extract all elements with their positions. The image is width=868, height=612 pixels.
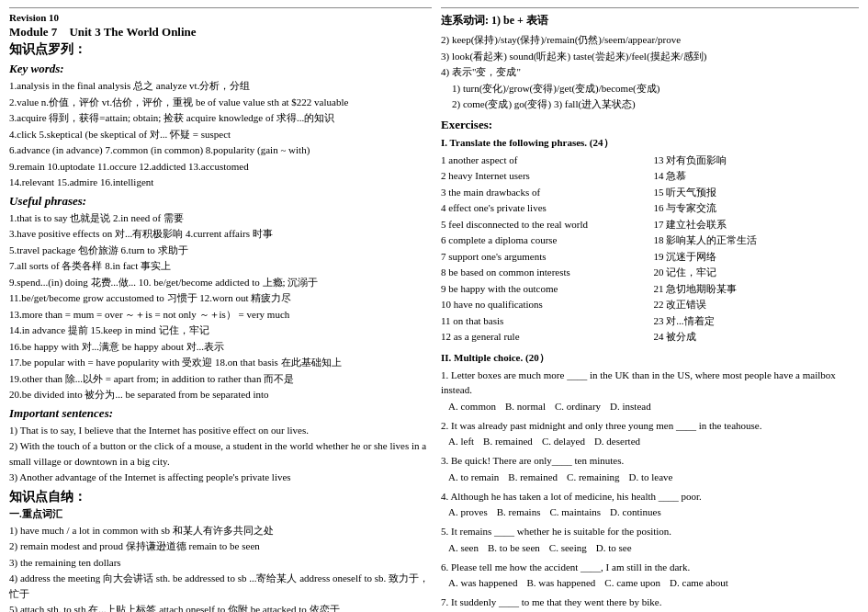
keyword-line-1: 1.analysis in the final analysis 总之 anal… (9, 78, 432, 94)
mc-q6-d: D. came about (670, 575, 728, 591)
keyword-line-7: 14.relevant 15.admire 16.intelligent (9, 175, 432, 190)
sum-line-3: 3) the remaining ten dollars (9, 555, 432, 571)
mc-q5: 5. It remains ____ whether he is suitabl… (441, 524, 859, 556)
trans-2-7: 19 沉迷于网络 (654, 249, 860, 265)
mc-q6-b: B. was happened (526, 575, 595, 591)
module-label: Module 7 (9, 25, 57, 39)
useful-line-10: 17.be popular with = have popularity wit… (9, 355, 432, 370)
mc-block: 1. Letter boxes are much more ____ in th… (441, 368, 859, 612)
mc-q3-options: A. to remain B. remained C. remaining D.… (441, 470, 859, 485)
translate-col1: 1 another aspect of 2 heavy Internet use… (441, 153, 647, 346)
useful-line-5: 9.spend...(in) doing 花费...做... 10. be/ge… (9, 275, 432, 290)
trans-2-11: 23 对...情着定 (654, 313, 860, 329)
translate-col2: 13 对有负面影响 14 急慕 15 听天气预报 16 与专家交流 17 建立社… (654, 153, 860, 346)
useful-block: 1.that is to say 也就是说 2.in need of 需要 3.… (9, 210, 432, 402)
summary-heading: 知识点自纳： (9, 489, 432, 505)
mc-q4-c: C. maintains (549, 504, 601, 520)
useful-line-8: 14.in advance 提前 15.keep in mind 记住，牢记 (9, 323, 432, 338)
mc-q5-text: 5. It remains ____ whether he is suitabl… (441, 524, 859, 539)
sentence-3: 3) Another advantage of the Internet is … (9, 470, 432, 485)
mc-q3: 3. Be quick! There are only____ ten minu… (441, 453, 859, 485)
revision-title: Revision 10 (9, 12, 432, 23)
mc-q2-d: D. deserted (594, 434, 640, 449)
useful-line-11: 19.other than 除...以外 = apart from; in ad… (9, 371, 432, 387)
mc-q3-a: A. to remain (448, 470, 499, 485)
mc-q5-d: D. to see (596, 540, 632, 556)
trans-1-12: 12 as a general rule (441, 329, 647, 345)
mc-q1-text: 1. Letter boxes are much more ____ in th… (441, 368, 859, 398)
module-title: Module 7 Unit 3 The World Online (9, 25, 432, 40)
mc-q3-d: D. to leave (629, 470, 673, 485)
trans-1-9: 9 be happy with the outcome (441, 281, 647, 297)
mc-q3-c: C. remaining (567, 470, 619, 485)
useful-line-6: 11.be/get/become grow accustomed to 习惯于 … (9, 290, 432, 306)
mc-q5-a: A. seen (448, 540, 479, 556)
mc-q2: 2. It was already past midnight and only… (441, 418, 859, 450)
mc-q1-a: A. common (448, 399, 496, 414)
summary-sub1: 一.重点词汇 (9, 507, 432, 521)
exercises-heading: Exercises: (441, 118, 859, 132)
mc-q4-a: A. proves (448, 504, 488, 520)
summary-block: 1) have much / a lot in common with sb 和… (9, 523, 432, 613)
trans-1-10: 10 have no qualifications (441, 297, 647, 312)
mc-q5-b: B. to be seen (488, 540, 540, 556)
mc-q6-a: A. was happened (448, 575, 517, 591)
trans-2-9: 21 急切地期盼某事 (654, 281, 860, 297)
mc-q1-options: A. common B. normal C. ordinary D. inste… (441, 399, 859, 414)
useful-line-12: 20.be divided into 被分为... be separated f… (9, 387, 432, 402)
trans-1-1: 1 another aspect of (441, 153, 647, 168)
trans-2-12: 24 被分成 (654, 329, 860, 345)
trans-1-6: 6 complete a diploma course (441, 232, 647, 248)
mc-q2-text: 2. It was already past midnight and only… (441, 418, 859, 434)
mc-q4: 4. Although he has taken a lot of medici… (441, 489, 859, 521)
right-column: 连系动词: 1) be + 表语 2) keep(保持)/stay(保持)/re… (441, 7, 859, 612)
trans-1-8: 8 be based on common interests (441, 265, 647, 280)
sentence-2: 2) With the touch of a button or the cli… (9, 438, 432, 469)
link-line-1: 2) keep(保持)/stay(保持)/remain(仍然)/seem/app… (441, 32, 859, 48)
mc-q6-options: A. was happened B. was happened C. came … (441, 575, 859, 591)
mc-q6: 6. Please tell me how the accident ____,… (441, 560, 859, 592)
mc-q1-d: D. instead (610, 399, 651, 414)
exercise-1-title: I. Translate the following phrases. (24） (441, 136, 859, 150)
mc-q5-options: A. seen B. to be seen C. seeing D. to se… (441, 540, 859, 556)
keyword-line-2: 2.value n.价值，评价 vt.估价，评价，重视 be of value … (9, 95, 432, 110)
trans-1-11: 11 on that basis (441, 313, 647, 329)
mc-q6-text: 6. Please tell me how the accident ____,… (441, 560, 859, 575)
important-block: 1) That is to say, I believe that the In… (9, 423, 432, 485)
link-line-2: 3) look(看起来) sound(听起来) taste(尝起来)/feel(… (441, 49, 859, 64)
trans-2-1: 13 对有负面影响 (654, 153, 860, 168)
useful-heading: Useful phrases: (9, 194, 432, 209)
useful-line-2: 3.have positive effects on 对...有积极影响 4.c… (9, 226, 432, 242)
mc-q6-c: C. came upon (604, 575, 660, 591)
mc-q7-text: 7. It suddenly ____ to me that they went… (441, 595, 859, 610)
mc-q4-options: A. proves B. remains C. maintains D. con… (441, 504, 859, 520)
mc-q4-d: D. continues (610, 504, 661, 520)
keywords-block: 1.analysis in the final analysis 总之 anal… (9, 78, 432, 190)
sentence-1: 1) That is to say, I believe that the In… (9, 423, 432, 438)
mc-q2-c: C. delayed (542, 434, 585, 449)
link-words-block: 连系动词: 1) be + 表语 2) keep(保持)/stay(保持)/re… (441, 12, 859, 112)
trans-2-8: 20 记住，牢记 (654, 265, 860, 280)
sum-line-2: 2) remain modest and proud 保持谦逊道德 remain… (9, 538, 432, 554)
keyword-line-4: 4.click 5.skeptical (be skeptical of 对..… (9, 127, 432, 142)
trans-2-3: 15 听天气预报 (654, 185, 860, 200)
useful-line-1: 1.that is to say 也就是说 2.in need of 需要 (9, 210, 432, 226)
trans-1-7: 7 support one's arguments (441, 249, 647, 265)
mc-q5-c: C. seeing (549, 540, 587, 556)
exercise-2-title: II. Multiple choice. (20） (441, 351, 859, 365)
section-cn-title: 知识点罗列： (9, 41, 432, 58)
mc-q2-a: A. left (448, 434, 474, 449)
translate-grid: 1 another aspect of 2 heavy Internet use… (441, 153, 859, 346)
keyword-line-6: 9.remain 10.uptodate 11.occure 12.addict… (9, 159, 432, 175)
mc-q1-b: B. normal (505, 399, 546, 414)
trans-2-6: 18 影响某人的正常生活 (654, 232, 860, 248)
link-line-4: 1) turn(变化)/grow(变得)/get(变成)/become(变成) (441, 81, 859, 96)
mc-q4-b: B. remains (497, 504, 541, 520)
trans-2-10: 22 改正错误 (654, 297, 860, 312)
link-line-3: 4) 表示"变，变成" (441, 64, 859, 80)
trans-1-5: 5 feel disconnected to the real world (441, 217, 647, 232)
keywords-heading: Key words: (9, 62, 432, 76)
left-column: Revision 10 Module 7 Unit 3 The World On… (9, 7, 432, 612)
trans-2-5: 17 建立社会联系 (654, 217, 860, 232)
mc-q2-b: B. remained (483, 434, 533, 449)
